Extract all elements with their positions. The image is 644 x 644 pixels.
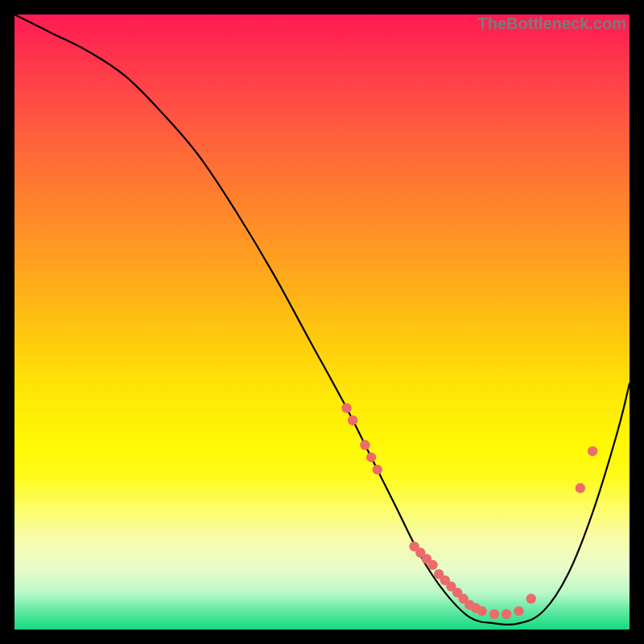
data-marker — [576, 483, 585, 493]
chart-plot-area: TheBottleneck.com — [14, 14, 630, 630]
data-markers-group — [341, 403, 597, 619]
data-marker — [514, 606, 523, 616]
data-marker — [348, 415, 357, 425]
data-marker — [526, 594, 536, 604]
data-marker — [477, 606, 486, 616]
chart-svg — [14, 14, 630, 630]
data-marker — [502, 609, 511, 619]
attribution-label: TheBottleneck.com — [478, 14, 626, 33]
data-marker — [366, 452, 376, 462]
data-marker — [489, 609, 499, 619]
data-marker — [360, 440, 369, 450]
chart-frame: TheBottleneck.com — [0, 0, 644, 644]
data-marker — [588, 446, 597, 456]
data-marker — [427, 560, 437, 570]
data-marker — [341, 403, 351, 413]
data-marker — [373, 464, 382, 474]
bottleneck-curve-line — [14, 14, 630, 625]
